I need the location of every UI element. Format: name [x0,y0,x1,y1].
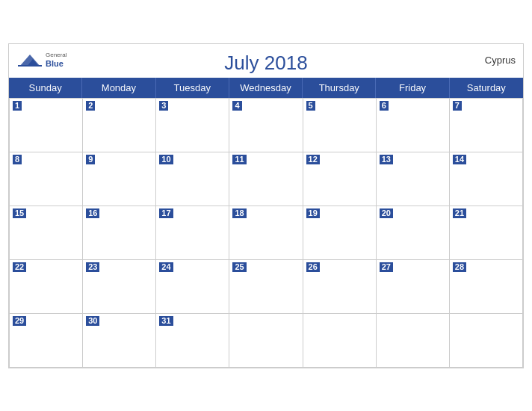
day-number: 11 [232,155,246,164]
day-cell-16: 16 [83,206,156,260]
day-number: 23 [86,262,99,272]
calendar-grid: 1234567891011121314151617181920212223242… [9,98,523,368]
day-number: 22 [13,262,26,272]
day-number: 9 [86,155,95,164]
day-cell-2: 2 [83,99,156,152]
day-number: 6 [380,101,389,111]
day-cell-24: 24 [156,260,229,314]
day-number: 19 [306,208,320,218]
brand-text: General Blue [46,52,66,68]
calendar-container: General Blue July 2018 Cyprus SundayMond… [8,43,524,368]
day-header-friday: Friday [376,78,449,98]
day-number: 8 [13,155,22,164]
day-cell-25: 25 [229,260,303,314]
day-number: 20 [380,208,393,218]
day-number: 3 [159,101,168,111]
day-cell-empty [377,314,450,368]
day-cell-13: 13 [377,152,450,206]
day-cell-12: 12 [303,152,377,206]
day-number: 25 [232,262,246,272]
day-cell-empty [450,314,523,368]
calendar-header: General Blue July 2018 Cyprus [9,44,523,78]
day-number: 27 [380,262,393,272]
day-number: 7 [453,101,462,111]
day-number: 28 [453,262,466,272]
day-header-thursday: Thursday [303,78,376,98]
day-number: 17 [159,208,173,218]
calendar-title: July 2018 [24,52,508,75]
day-number: 31 [159,316,173,326]
day-cell-4: 4 [229,99,303,152]
day-number: 15 [13,208,26,218]
day-cell-18: 18 [229,206,303,260]
day-header-monday: Monday [82,78,155,98]
day-cell-31: 31 [156,314,229,368]
day-number: 30 [86,316,99,326]
day-number: 13 [380,155,393,164]
brand-blue: Blue [46,59,66,68]
day-cell-9: 9 [83,152,156,206]
brand-logo-area: General Blue [16,50,66,71]
day-cell-11: 11 [229,152,303,206]
day-number: 1 [13,101,22,111]
day-cell-23: 23 [83,260,156,314]
day-header-saturday: Saturday [450,78,523,98]
day-number: 21 [453,208,466,218]
day-cell-15: 15 [10,206,83,260]
days-header: SundayMondayTuesdayWednesdayThursdayFrid… [9,78,523,98]
day-cell-7: 7 [450,99,523,152]
day-header-sunday: Sunday [9,78,82,98]
day-number: 18 [232,208,246,218]
country-label: Cyprus [485,55,516,66]
day-cell-3: 3 [156,99,229,152]
day-cell-8: 8 [10,152,83,206]
brand-general: General [46,52,66,59]
day-cell-22: 22 [10,260,83,314]
day-header-wednesday: Wednesday [229,78,303,98]
day-header-tuesday: Tuesday [156,78,229,98]
day-cell-21: 21 [450,206,523,260]
day-cell-27: 27 [377,260,450,314]
day-number: 10 [159,155,173,164]
day-number: 4 [232,101,241,111]
day-cell-14: 14 [450,152,523,206]
day-number: 26 [306,262,320,272]
day-number: 14 [453,155,466,164]
day-cell-empty [229,314,303,368]
day-number: 5 [306,101,315,111]
day-cell-10: 10 [156,152,229,206]
svg-rect-3 [18,65,42,67]
day-cell-30: 30 [83,314,156,368]
day-cell-1: 1 [10,99,83,152]
day-number: 24 [159,262,173,272]
day-cell-29: 29 [10,314,83,368]
day-number: 16 [86,208,99,218]
day-cell-20: 20 [377,206,450,260]
day-cell-19: 19 [303,206,377,260]
day-cell-6: 6 [377,99,450,152]
day-cell-5: 5 [303,99,377,152]
day-cell-26: 26 [303,260,377,314]
day-number: 12 [306,155,320,164]
day-cell-28: 28 [450,260,523,314]
day-cell-empty [303,314,377,368]
day-number: 2 [86,101,95,111]
day-cell-17: 17 [156,206,229,260]
day-number: 29 [13,316,26,326]
